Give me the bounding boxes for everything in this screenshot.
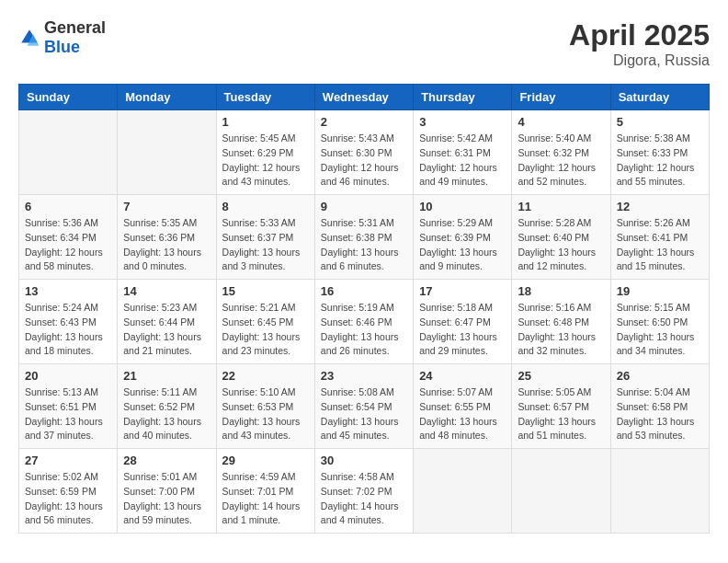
day-detail: Sunrise: 4:58 AMSunset: 7:02 PMDaylight:…	[321, 470, 407, 528]
calendar-cell: 28Sunrise: 5:01 AMSunset: 7:00 PMDayligh…	[118, 449, 216, 534]
day-detail: Sunrise: 5:24 AMSunset: 6:43 PMDaylight:…	[25, 301, 111, 359]
day-detail: Sunrise: 5:40 AMSunset: 6:32 PMDaylight:…	[518, 132, 604, 190]
day-number: 1	[222, 115, 309, 129]
calendar-cell: 27Sunrise: 5:02 AMSunset: 6:59 PMDayligh…	[19, 449, 118, 534]
day-number: 8	[222, 200, 309, 213]
day-detail: Sunrise: 5:29 AMSunset: 6:39 PMDaylight:…	[419, 216, 506, 274]
day-number: 14	[123, 284, 210, 298]
day-number: 30	[321, 454, 407, 467]
calendar-cell: 25Sunrise: 5:05 AMSunset: 6:57 PMDayligh…	[512, 364, 610, 449]
logo-icon	[18, 27, 40, 49]
day-detail: Sunrise: 5:38 AMSunset: 6:33 PMDaylight:…	[617, 132, 703, 190]
calendar-cell: 8Sunrise: 5:33 AMSunset: 6:37 PMDaylight…	[216, 195, 314, 280]
day-detail: Sunrise: 5:04 AMSunset: 6:58 PMDaylight:…	[617, 385, 703, 443]
day-number: 3	[419, 115, 506, 129]
calendar-cell: 17Sunrise: 5:18 AMSunset: 6:47 PMDayligh…	[414, 280, 512, 364]
day-detail: Sunrise: 5:18 AMSunset: 6:47 PMDaylight:…	[419, 301, 506, 359]
day-detail: Sunrise: 5:45 AMSunset: 6:29 PMDaylight:…	[222, 132, 309, 190]
calendar-cell: 22Sunrise: 5:10 AMSunset: 6:53 PMDayligh…	[216, 364, 314, 449]
calendar-cell: 1Sunrise: 5:45 AMSunset: 6:29 PMDaylight…	[216, 110, 314, 195]
calendar-cell	[512, 449, 610, 534]
calendar-cell: 9Sunrise: 5:31 AMSunset: 6:38 PMDaylight…	[314, 195, 413, 280]
day-number: 6	[25, 200, 111, 213]
day-number: 5	[617, 115, 703, 129]
day-number: 2	[321, 115, 407, 129]
title-block: April 2025 Digora, Russia	[569, 18, 710, 69]
day-number: 9	[321, 200, 407, 213]
calendar-week-2: 6Sunrise: 5:36 AMSunset: 6:34 PMDaylight…	[19, 195, 710, 280]
logo: General Blue	[18, 18, 106, 57]
calendar-table: SundayMondayTuesdayWednesdayThursdayFrid…	[18, 84, 710, 534]
day-number: 20	[25, 369, 111, 383]
day-number: 15	[222, 284, 309, 298]
day-detail: Sunrise: 5:07 AMSunset: 6:55 PMDaylight:…	[419, 385, 506, 443]
day-number: 18	[518, 284, 604, 298]
calendar-cell	[610, 449, 709, 534]
day-detail: Sunrise: 5:11 AMSunset: 6:52 PMDaylight:…	[123, 385, 210, 443]
calendar-week-1: 1Sunrise: 5:45 AMSunset: 6:29 PMDaylight…	[19, 110, 710, 195]
day-number: 25	[518, 369, 604, 383]
day-detail: Sunrise: 5:05 AMSunset: 6:57 PMDaylight:…	[518, 385, 604, 443]
day-number: 11	[518, 200, 604, 213]
day-detail: Sunrise: 5:13 AMSunset: 6:51 PMDaylight:…	[25, 385, 111, 443]
calendar-cell: 7Sunrise: 5:35 AMSunset: 6:36 PMDaylight…	[118, 195, 216, 280]
calendar-header-row: SundayMondayTuesdayWednesdayThursdayFrid…	[19, 85, 710, 110]
day-number: 12	[617, 200, 703, 213]
day-detail: Sunrise: 5:33 AMSunset: 6:37 PMDaylight:…	[222, 216, 309, 274]
calendar-cell: 20Sunrise: 5:13 AMSunset: 6:51 PMDayligh…	[19, 364, 118, 449]
day-of-week-saturday: Saturday	[610, 85, 709, 110]
calendar-cell: 5Sunrise: 5:38 AMSunset: 6:33 PMDaylight…	[610, 110, 709, 195]
day-number: 16	[321, 284, 407, 298]
day-number: 17	[419, 284, 506, 298]
day-number: 27	[25, 454, 111, 467]
day-detail: Sunrise: 5:35 AMSunset: 6:36 PMDaylight:…	[123, 216, 210, 274]
calendar-cell: 4Sunrise: 5:40 AMSunset: 6:32 PMDaylight…	[512, 110, 610, 195]
calendar-cell: 19Sunrise: 5:15 AMSunset: 6:50 PMDayligh…	[610, 280, 709, 364]
day-number: 26	[617, 369, 703, 383]
day-detail: Sunrise: 5:15 AMSunset: 6:50 PMDaylight:…	[617, 301, 703, 359]
calendar-cell: 13Sunrise: 5:24 AMSunset: 6:43 PMDayligh…	[19, 280, 118, 364]
day-number: 19	[617, 284, 703, 298]
day-detail: Sunrise: 4:59 AMSunset: 7:01 PMDaylight:…	[222, 470, 309, 528]
day-of-week-friday: Friday	[512, 85, 610, 110]
calendar-week-5: 27Sunrise: 5:02 AMSunset: 6:59 PMDayligh…	[19, 449, 710, 534]
day-number: 22	[222, 369, 309, 383]
page-header: General Blue April 2025 Digora, Russia	[18, 18, 710, 69]
logo-text: General Blue	[44, 18, 106, 57]
calendar-cell: 3Sunrise: 5:42 AMSunset: 6:31 PMDaylight…	[414, 110, 512, 195]
day-detail: Sunrise: 5:02 AMSunset: 6:59 PMDaylight:…	[25, 470, 111, 528]
day-number: 4	[518, 115, 604, 129]
day-number: 10	[419, 200, 506, 213]
calendar-cell: 6Sunrise: 5:36 AMSunset: 6:34 PMDaylight…	[19, 195, 118, 280]
day-detail: Sunrise: 5:08 AMSunset: 6:54 PMDaylight:…	[321, 385, 407, 443]
day-number: 21	[123, 369, 210, 383]
calendar-cell	[414, 449, 512, 534]
day-number: 24	[419, 369, 506, 383]
day-detail: Sunrise: 5:21 AMSunset: 6:45 PMDaylight:…	[222, 301, 309, 359]
day-detail: Sunrise: 5:42 AMSunset: 6:31 PMDaylight:…	[419, 132, 506, 190]
calendar-cell: 26Sunrise: 5:04 AMSunset: 6:58 PMDayligh…	[610, 364, 709, 449]
calendar-cell: 24Sunrise: 5:07 AMSunset: 6:55 PMDayligh…	[414, 364, 512, 449]
calendar-week-3: 13Sunrise: 5:24 AMSunset: 6:43 PMDayligh…	[19, 280, 710, 364]
day-detail: Sunrise: 5:43 AMSunset: 6:30 PMDaylight:…	[321, 132, 407, 190]
day-detail: Sunrise: 5:23 AMSunset: 6:44 PMDaylight:…	[123, 301, 210, 359]
day-of-week-thursday: Thursday	[414, 85, 512, 110]
day-detail: Sunrise: 5:19 AMSunset: 6:46 PMDaylight:…	[321, 301, 407, 359]
day-detail: Sunrise: 5:16 AMSunset: 6:48 PMDaylight:…	[518, 301, 604, 359]
calendar-week-4: 20Sunrise: 5:13 AMSunset: 6:51 PMDayligh…	[19, 364, 710, 449]
day-detail: Sunrise: 5:10 AMSunset: 6:53 PMDaylight:…	[222, 385, 309, 443]
calendar-cell: 16Sunrise: 5:19 AMSunset: 6:46 PMDayligh…	[314, 280, 413, 364]
day-number: 7	[123, 200, 210, 213]
calendar-cell: 10Sunrise: 5:29 AMSunset: 6:39 PMDayligh…	[414, 195, 512, 280]
day-number: 28	[123, 454, 210, 467]
day-number: 29	[222, 454, 309, 467]
day-of-week-tuesday: Tuesday	[216, 85, 314, 110]
calendar-cell: 18Sunrise: 5:16 AMSunset: 6:48 PMDayligh…	[512, 280, 610, 364]
day-of-week-monday: Monday	[118, 85, 216, 110]
calendar-cell: 11Sunrise: 5:28 AMSunset: 6:40 PMDayligh…	[512, 195, 610, 280]
month-title: April 2025	[569, 18, 710, 52]
calendar-cell: 15Sunrise: 5:21 AMSunset: 6:45 PMDayligh…	[216, 280, 314, 364]
calendar-cell	[118, 110, 216, 195]
day-detail: Sunrise: 5:01 AMSunset: 7:00 PMDaylight:…	[123, 470, 210, 528]
calendar-cell: 21Sunrise: 5:11 AMSunset: 6:52 PMDayligh…	[118, 364, 216, 449]
